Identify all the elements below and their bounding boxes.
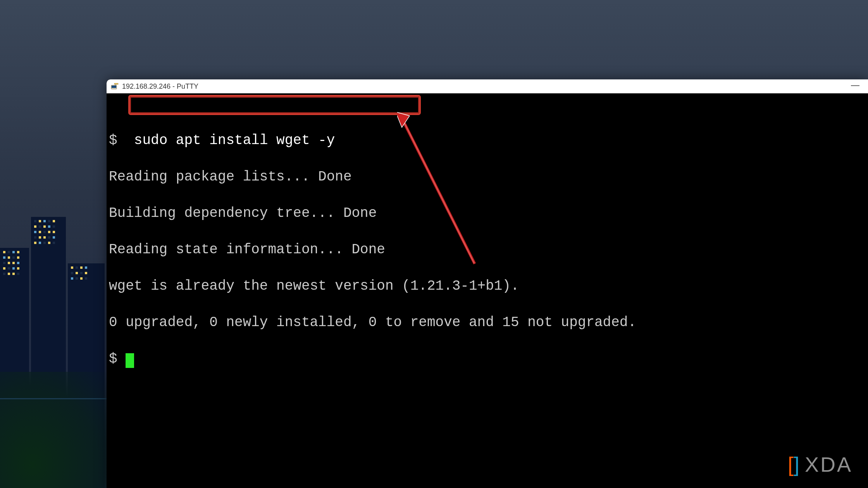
xda-watermark: []XDA bbox=[788, 452, 852, 476]
window-title: 192.168.29.246 - PuTTY bbox=[122, 82, 846, 91]
output-line: 0 upgraded, 0 newly installed, 0 to remo… bbox=[109, 313, 866, 332]
wallpaper-rail bbox=[0, 398, 107, 399]
putty-window: 192.168.29.246 - PuTTY — $ sudo apt inst… bbox=[107, 79, 868, 488]
prompt: $ bbox=[109, 351, 117, 367]
desktop-wallpaper-buildings bbox=[0, 178, 107, 488]
command-highlight-annotation bbox=[128, 95, 421, 115]
svg-marker-6 bbox=[397, 112, 410, 127]
svg-rect-1 bbox=[112, 86, 116, 88]
output-line: wget is already the newest version (1.21… bbox=[109, 277, 866, 295]
putty-icon bbox=[110, 83, 119, 90]
output-line: Building dependency tree... Done bbox=[109, 204, 866, 222]
svg-rect-2 bbox=[114, 83, 118, 84]
output-line: Reading state information... Done bbox=[109, 241, 866, 259]
terminal-area[interactable]: $ sudo apt install wget -y Reading packa… bbox=[107, 93, 868, 488]
titlebar[interactable]: 192.168.29.246 - PuTTY — bbox=[107, 79, 868, 93]
terminal-cursor bbox=[126, 353, 134, 368]
minimize-button[interactable]: — bbox=[846, 83, 864, 90]
watermark-text: XDA bbox=[805, 452, 852, 476]
prompt: $ bbox=[109, 132, 117, 148]
entered-command: sudo apt install wget -y bbox=[134, 132, 335, 148]
output-line: Reading package lists... Done bbox=[109, 168, 866, 186]
